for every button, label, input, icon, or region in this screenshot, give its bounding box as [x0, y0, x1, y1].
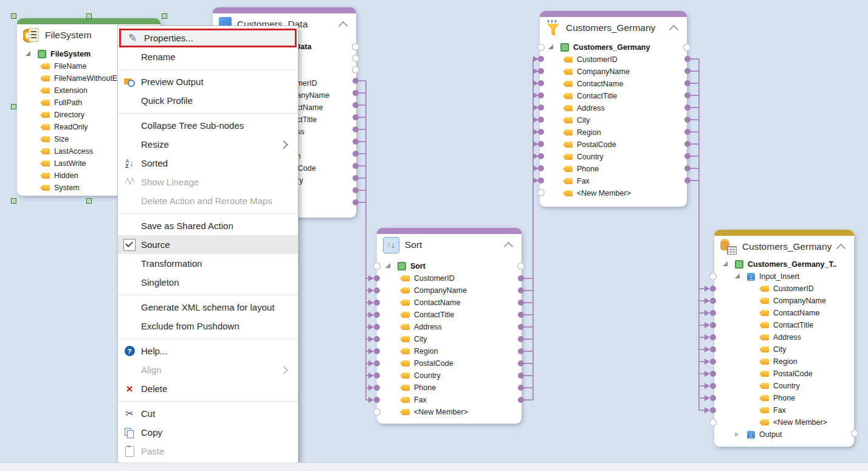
tree-row[interactable]: ContactName — [714, 307, 854, 319]
field-tag-icon — [400, 275, 410, 281]
tree-row[interactable]: Country — [377, 370, 522, 382]
collapse-chevron-icon[interactable] — [669, 25, 679, 35]
expander-expanded-icon[interactable] — [548, 44, 553, 49]
tree-row[interactable]: ↓Output — [714, 428, 854, 441]
menu-item-exclude-from-pushdown[interactable]: Exclude from Pushdown — [118, 317, 298, 335]
expander-expanded-icon[interactable] — [723, 261, 728, 266]
tree-root-row[interactable]: Customers_Germany_T.. — [714, 258, 854, 270]
tree-row[interactable]: Region — [377, 345, 522, 357]
tree-row[interactable]: ContactName — [377, 297, 522, 309]
tree-row[interactable]: PostalCode — [540, 139, 687, 151]
input-arrow-icon — [704, 383, 710, 389]
horizontal-scrollbar[interactable] — [0, 462, 868, 471]
menu-item-delete-action-and-reroute-maps: Delete Action and Reroute Maps — [118, 191, 298, 210]
tree-row[interactable]: Phone — [714, 392, 854, 404]
tree-row[interactable]: CustomerID — [714, 283, 854, 295]
tree-row[interactable]: CompanyName — [714, 295, 854, 307]
menu-item-quick-profile[interactable]: Quick Profile — [118, 91, 298, 110]
input-arrow-icon — [533, 105, 539, 111]
menu-item-singleton[interactable]: Singleton — [118, 273, 298, 292]
tree-row[interactable]: Region — [714, 356, 854, 368]
tree-row[interactable]: Fax — [714, 404, 854, 416]
menu-item-label: Transformation — [141, 258, 298, 269]
menu-item-label: Generate XML schema for layout — [141, 302, 298, 312]
menu-item-save-as-shared-action[interactable]: Save as Shared Action — [118, 216, 298, 235]
root-node-icon — [38, 50, 46, 58]
tree-row[interactable]: PostalCode — [714, 368, 854, 380]
node-customers-germany-filter[interactable]: Customers_GermanyCustomers_GermanyCustom… — [540, 11, 687, 207]
menu-item-transformation[interactable]: Transformation — [118, 254, 298, 273]
menu-item-properties[interactable]: ✎Properties... — [119, 29, 297, 47]
tree-row[interactable]: Country — [540, 151, 687, 163]
tree-row[interactable]: City — [377, 333, 522, 345]
node-sort[interactable]: ↑↓SortSortCustomerIDCompanyNameContactNa… — [377, 228, 522, 424]
tree-row[interactable]: Fax — [377, 394, 522, 406]
collapse-chevron-icon[interactable] — [504, 242, 514, 252]
expander-expanded-icon[interactable] — [735, 273, 740, 278]
menu-item-source[interactable]: Source — [118, 235, 298, 254]
tree-row[interactable]: Fax — [540, 175, 687, 187]
selection-handle[interactable] — [11, 198, 16, 204]
tree-row[interactable]: Address — [540, 102, 687, 114]
expander-expanded-icon[interactable] — [26, 51, 30, 56]
selection-handle[interactable] — [86, 198, 92, 204]
input-arrow-icon — [704, 322, 710, 328]
menu-item-preview-output[interactable]: Preview Output — [118, 72, 298, 91]
menu-item-collapse-tree-sub-nodes[interactable]: Collapse Tree Sub-nodes — [118, 116, 298, 135]
expander-collapsed-icon[interactable] — [735, 432, 739, 437]
tree-row[interactable]: Country — [714, 380, 854, 392]
tree-row[interactable]: ContactName — [540, 78, 687, 90]
tree-row[interactable]: ContactTitle — [540, 90, 687, 102]
tree-row[interactable]: <New Member> — [714, 416, 854, 428]
node-header-bar[interactable] — [17, 18, 160, 24]
tree-row[interactable]: CompanyName — [377, 284, 522, 297]
collapse-chevron-icon[interactable] — [836, 244, 846, 253]
selection-handle[interactable] — [11, 104, 16, 109]
tree-row[interactable]: Region — [540, 126, 687, 139]
tree-row[interactable]: City — [714, 343, 854, 356]
tree-row[interactable]: Address — [714, 331, 854, 343]
menu-item-sorted[interactable]: AZ↓Sorted — [118, 154, 298, 173]
tree-row[interactable]: ContactTitle — [377, 309, 522, 321]
field-label: CustomerID — [773, 284, 814, 293]
selection-handle[interactable] — [162, 13, 167, 19]
expander-expanded-icon[interactable] — [385, 263, 390, 268]
node-customers-germany-destination[interactable]: Customers_GermanyCustomers_Germany_T..↓I… — [714, 230, 854, 447]
tree-root-row[interactable]: Customers_Germany — [540, 41, 687, 53]
menu-item-copy[interactable]: Copy — [118, 423, 298, 442]
tree-row[interactable]: City — [540, 114, 687, 126]
menu-item-label: Exclude from Pushdown — [141, 321, 298, 331]
menu-icon-cell — [118, 446, 141, 457]
field-label: PostalCode — [577, 140, 616, 149]
tree-row[interactable]: Phone — [377, 382, 522, 394]
node-header-bar[interactable] — [377, 228, 522, 234]
collapse-chevron-icon[interactable] — [339, 21, 348, 31]
tree-row[interactable]: ContactTitle — [714, 319, 854, 331]
tree-row[interactable]: ↓Input_Insert — [714, 270, 854, 283]
selection-handle[interactable] — [86, 13, 92, 19]
menu-item-delete[interactable]: ×Delete — [118, 379, 298, 398]
tree-row[interactable]: Phone — [540, 163, 687, 175]
node-header-bar[interactable] — [213, 7, 356, 13]
submenu-arrow-icon — [280, 140, 288, 148]
menu-item-help[interactable]: ?Help... — [118, 342, 298, 360]
tree-row[interactable]: CompanyName — [540, 66, 687, 78]
input-arrow-icon — [704, 334, 710, 340]
node-title-label: Customers_Germany — [742, 241, 832, 252]
menu-item-cut[interactable]: ✂Cut — [118, 404, 298, 423]
tree-row[interactable]: CustomerID — [377, 272, 522, 284]
source-checkbox-checked-icon[interactable] — [123, 239, 136, 251]
menu-item-generate-xml-schema-for-layout[interactable]: Generate XML schema for layout — [118, 298, 298, 317]
tree-row[interactable]: <New Member> — [540, 187, 687, 199]
selection-handle[interactable] — [11, 13, 16, 19]
tree-root-row[interactable]: Sort — [377, 260, 522, 272]
node-header-bar[interactable] — [714, 230, 854, 236]
tree-row[interactable]: CustomerID — [540, 53, 687, 66]
database-table-icon — [720, 239, 737, 255]
tree-row[interactable]: Address — [377, 321, 522, 333]
tree-row[interactable]: PostalCode — [377, 357, 522, 370]
menu-item-resize[interactable]: Resize — [118, 135, 298, 154]
menu-item-rename[interactable]: Rename — [118, 47, 298, 66]
tree-row[interactable]: <New Member> — [377, 406, 522, 418]
node-header-bar[interactable] — [540, 11, 687, 17]
